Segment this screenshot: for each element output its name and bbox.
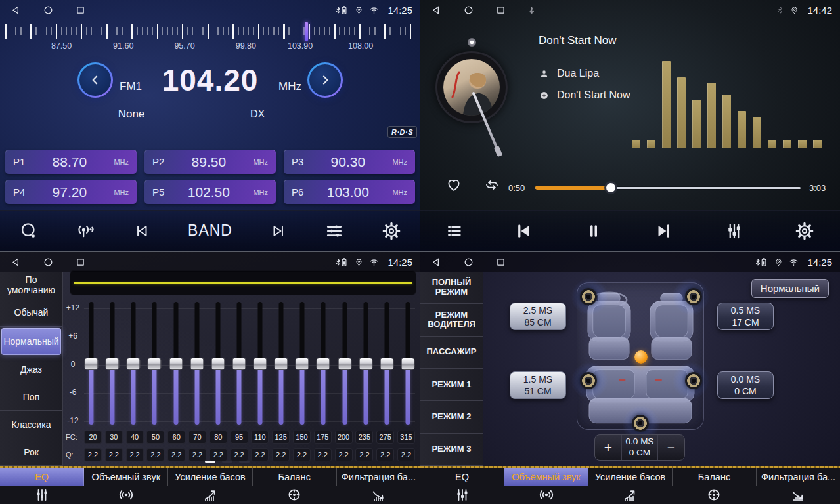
eq-band-slider[interactable]	[380, 302, 394, 427]
fc-value[interactable]: 40	[126, 430, 144, 444]
surround-preset-button[interactable]: Нормальный	[751, 279, 829, 298]
tab-eq[interactable]: EQ	[420, 468, 504, 486]
eq-slider-thumb[interactable]	[85, 358, 99, 370]
listen-mode-item[interactable]: РЕЖИМ 2	[420, 401, 483, 433]
surround-icon[interactable]	[504, 486, 588, 504]
q-value[interactable]: 2.2	[84, 448, 102, 461]
eq-slider-thumb[interactable]	[127, 358, 141, 370]
nav-recents-icon[interactable]	[75, 257, 86, 268]
band-button[interactable]: BAND	[188, 222, 232, 240]
fc-value[interactable]: 125	[272, 430, 290, 444]
filter-icon[interactable]	[756, 486, 840, 504]
q-value[interactable]: 2.2	[251, 448, 269, 461]
fc-value[interactable]: 150	[293, 430, 311, 444]
listen-mode-item[interactable]: ПОЛНЫЙ РЕЖИМ	[420, 272, 483, 304]
nav-back-icon[interactable]	[431, 5, 442, 16]
q-value[interactable]: 2.2	[188, 448, 206, 461]
playlist-button[interactable]	[446, 222, 463, 240]
q-value[interactable]: 2.2	[376, 448, 394, 461]
bass-boost-icon[interactable]	[588, 486, 673, 504]
eq-band-slider[interactable]	[169, 302, 183, 427]
listen-mode-item[interactable]: РЕЖИМ 3	[420, 434, 483, 466]
q-value[interactable]: 2.2	[397, 448, 415, 461]
eq-slider-thumb[interactable]	[401, 358, 414, 370]
fc-value[interactable]: 30	[105, 430, 123, 444]
q-value[interactable]: 2.2	[126, 448, 144, 461]
eq-slider-thumb[interactable]	[211, 358, 225, 370]
listening-position-marker[interactable]	[634, 350, 648, 364]
tab-surround[interactable]: Объёмный звук	[504, 468, 588, 486]
fc-value[interactable]: 315	[397, 430, 415, 444]
eq-preset-item[interactable]: Нормальный	[1, 328, 61, 355]
preset-button[interactable]: P390.30MHz	[284, 150, 415, 174]
tab-filter[interactable]: Фильтрация ба...	[757, 468, 840, 486]
delay-front-right-button[interactable]: 0.5 MS 17 CM	[717, 303, 774, 330]
eq-preset-item[interactable]: Классика	[0, 411, 62, 438]
settings-button[interactable]	[795, 221, 814, 241]
fc-value[interactable]: 175	[314, 430, 332, 444]
broadcast-stations-button[interactable]	[76, 221, 96, 241]
tuner-needle[interactable]	[305, 22, 308, 41]
nav-recents-icon[interactable]	[75, 5, 86, 16]
q-value[interactable]: 2.2	[272, 448, 290, 461]
eq-slider-thumb[interactable]	[148, 358, 162, 370]
eq-sliders-icon[interactable]	[420, 486, 504, 504]
q-value[interactable]: 2.2	[231, 448, 248, 461]
eq-slider-thumb[interactable]	[275, 358, 288, 370]
eq-band-slider[interactable]	[401, 302, 415, 427]
speaker-center-icon[interactable]	[632, 415, 649, 432]
seek-bar[interactable]	[535, 186, 801, 190]
eq-band-slider[interactable]	[253, 302, 267, 427]
eq-preset-item[interactable]: По умолчанию	[0, 272, 62, 299]
eq-band-slider[interactable]	[338, 302, 352, 427]
preset-button[interactable]: P497.20MHz	[5, 180, 137, 204]
filter-icon[interactable]	[336, 486, 420, 504]
q-value[interactable]: 2.2	[293, 448, 311, 461]
speaker-front-right-icon[interactable]	[685, 288, 702, 305]
eq-sliders-icon[interactable]	[0, 486, 84, 504]
preset-button[interactable]: P188.70MHz	[5, 150, 137, 174]
nav-recents-icon[interactable]	[495, 257, 506, 268]
eq-slider-thumb[interactable]	[359, 358, 372, 370]
fc-value[interactable]: 110	[251, 430, 269, 444]
eq-slider-thumb[interactable]	[338, 358, 351, 370]
surround-icon[interactable]	[84, 486, 168, 504]
fc-value[interactable]: 200	[335, 430, 353, 444]
nav-home-icon[interactable]	[463, 257, 474, 268]
eq-slider-thumb[interactable]	[254, 358, 267, 370]
tab-balance[interactable]: Баланс	[253, 468, 337, 486]
delay-increase-button[interactable]: +	[595, 435, 621, 460]
eq-band-slider[interactable]	[84, 302, 99, 427]
eq-slider-thumb[interactable]	[296, 358, 309, 370]
tab-surround[interactable]: Объёмный звук	[84, 468, 168, 486]
nav-back-icon[interactable]	[11, 257, 22, 268]
fc-value[interactable]: 50	[146, 430, 164, 444]
speaker-rear-right-icon[interactable]	[685, 372, 702, 389]
eq-preset-item[interactable]: Рок	[0, 438, 62, 466]
eq-band-slider[interactable]	[295, 302, 309, 427]
pause-button[interactable]	[584, 221, 604, 241]
tab-balance[interactable]: Баланс	[673, 468, 757, 486]
fc-value[interactable]: 80	[210, 430, 227, 444]
nav-back-icon[interactable]	[431, 257, 442, 268]
eq-slider-thumb[interactable]	[232, 358, 246, 370]
tab-bass-boost[interactable]: Усиление басов	[168, 468, 252, 486]
q-value[interactable]: 2.2	[335, 448, 353, 461]
tab-filter[interactable]: Фильтрация ба...	[337, 468, 420, 486]
eq-preset-item[interactable]: Поп	[0, 383, 62, 411]
eq-band-slider[interactable]	[316, 302, 330, 427]
eq-slider-thumb[interactable]	[380, 358, 393, 370]
q-value[interactable]: 2.2	[314, 448, 332, 461]
fc-value[interactable]: 70	[188, 430, 206, 444]
tuner-scale[interactable]	[5, 23, 414, 40]
favorite-button[interactable]	[445, 177, 462, 194]
q-value[interactable]: 2.2	[355, 448, 373, 461]
eq-band-slider[interactable]	[147, 302, 162, 427]
equalizer-button[interactable]	[324, 221, 344, 241]
seek-bar-thumb[interactable]	[606, 183, 615, 192]
eq-preset-item[interactable]: Обычай	[0, 299, 62, 327]
nav-home-icon[interactable]	[43, 5, 54, 16]
listen-mode-item[interactable]: ПАССАЖИР	[420, 337, 483, 369]
eq-band-slider[interactable]	[126, 302, 141, 427]
speaker-front-left-icon[interactable]	[580, 288, 597, 305]
